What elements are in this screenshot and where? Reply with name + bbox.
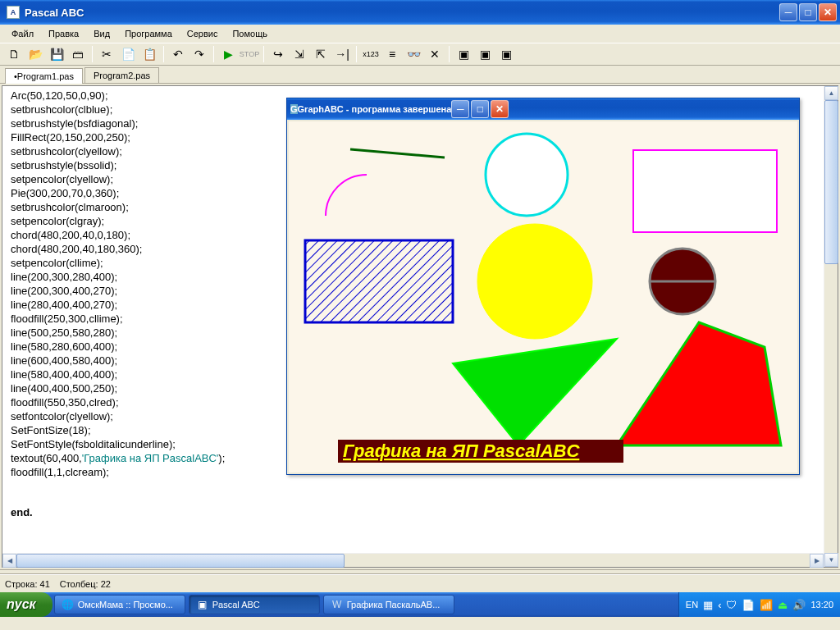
menu-file[interactable]: Файл — [5, 27, 40, 40]
tray-network-icon[interactable]: 📶 — [760, 599, 773, 611]
svg-point-2 — [486, 134, 568, 216]
separator — [263, 46, 264, 62]
tray-doc-icon[interactable]: 📄 — [742, 599, 755, 611]
scroll-up-icon[interactable]: ▲ — [824, 86, 838, 100]
separator — [213, 46, 214, 62]
cursor-icon[interactable]: →| — [333, 45, 351, 63]
close-button[interactable]: ✕ — [819, 3, 837, 21]
main-titlebar: A Pascal ABC ─ □ ✕ — [0, 0, 840, 25]
undo-icon[interactable]: ↶ — [169, 45, 187, 63]
step-out-icon[interactable]: ⇱ — [312, 45, 330, 63]
status-line: Строка: 41 — [5, 579, 50, 589]
menu-help[interactable]: Помощь — [226, 27, 274, 40]
separator — [163, 46, 164, 62]
separator — [356, 46, 357, 62]
minimize-button[interactable]: ─ — [779, 3, 797, 21]
toolbar: 🗋 📂 💾 🗃 ✂ 📄 📋 ↶ ↷ ▶ STOP ↪ ⇲ ⇱ →| x123 ≡… — [0, 43, 840, 66]
scroll-thumb-h[interactable] — [16, 554, 345, 568]
ie-icon: 🌐 — [62, 598, 75, 611]
new-file-icon[interactable]: 🗋 — [5, 45, 23, 63]
tab-program1[interactable]: •Program1.pas — [5, 68, 83, 84]
graph-app-icon: G — [290, 104, 298, 114]
menu-program[interactable]: Программа — [118, 27, 179, 40]
file-tabstrip: •Program1.pas Program2.pas — [0, 66, 840, 84]
system-tray[interactable]: EN ▦ ‹ 🛡 📄 📶 ⏏ 🔊 13:20 — [678, 592, 840, 617]
taskbar-item-browser[interactable]: 🌐 ОмскМама :: Просмо... — [54, 595, 185, 614]
step-icon[interactable]: ↪ — [269, 45, 287, 63]
vars-icon[interactable]: x123 — [362, 45, 380, 63]
scroll-thumb-v[interactable] — [824, 100, 838, 264]
cut-icon[interactable]: ✂ — [98, 45, 116, 63]
copy-icon[interactable]: 📄 — [119, 45, 137, 63]
scroll-left-icon[interactable]: ◀ — [2, 554, 16, 568]
status-col: Столбец: 22 — [60, 579, 111, 589]
lang-indicator[interactable]: EN — [686, 600, 698, 609]
run-icon[interactable]: ▶ — [219, 45, 237, 63]
separator — [92, 46, 93, 62]
tab-program2[interactable]: Program2.pas — [84, 67, 159, 83]
svg-rect-3 — [633, 150, 777, 232]
svg-point-6 — [477, 224, 592, 339]
code-editor[interactable]: Arc(50,120,50,0,90); setbrushcolor(clblu… — [2, 85, 838, 568]
open-file-icon[interactable]: 📂 — [26, 45, 44, 63]
tray-clock[interactable]: 13:20 — [810, 600, 833, 609]
window-title: Pascal ABC — [23, 7, 779, 19]
paste-icon[interactable]: 📋 — [140, 45, 158, 63]
taskbar-item-pascal[interactable]: ▣ Pascal ABC — [189, 595, 320, 614]
svg-text:Графика на ЯП PascalABC: Графика на ЯП PascalABC — [343, 441, 580, 461]
scroll-down-icon[interactable]: ▼ — [824, 553, 838, 567]
tray-removable-icon[interactable]: ⏏ — [778, 599, 788, 611]
menubar: Файл Правка Вид Программа Сервис Помощь — [0, 25, 840, 43]
watch-icon[interactable]: ≡ — [383, 45, 401, 63]
menu-edit[interactable]: Правка — [42, 27, 85, 40]
step-into-icon[interactable]: ⇲ — [290, 45, 308, 63]
graph-close-button[interactable]: ✕ — [491, 100, 509, 118]
separator — [449, 46, 450, 62]
svg-rect-5 — [305, 240, 453, 322]
window3-icon[interactable]: ▣ — [497, 45, 515, 63]
start-button[interactable]: пуск — [0, 592, 52, 617]
tray-volume-icon[interactable]: 🔊 — [792, 599, 806, 611]
horizontal-scrollbar[interactable]: ◀ ▶ — [2, 553, 824, 567]
vertical-scrollbar[interactable]: ▲ ▼ — [824, 86, 838, 567]
graph-canvas: Графика на ЯП PascalABC — [289, 121, 797, 472]
graph-title: GraphABC - программа завершена — [298, 104, 452, 114]
graph-titlebar[interactable]: G GraphABC - программа завершена ─ □ ✕ — [287, 98, 799, 120]
stop-icon[interactable]: STOP — [240, 45, 258, 63]
tray-shield-icon[interactable]: 🛡 — [726, 599, 737, 611]
watches-icon[interactable]: 👓 — [404, 45, 422, 63]
statusbar: Строка: 41 Столбец: 22 — [0, 574, 840, 592]
save-icon[interactable]: 💾 — [48, 45, 66, 63]
menu-view[interactable]: Вид — [87, 27, 116, 40]
graph-maximize-button[interactable]: □ — [471, 100, 489, 118]
scroll-right-icon[interactable]: ▶ — [810, 554, 824, 568]
window2-icon[interactable]: ▣ — [476, 45, 494, 63]
save-all-icon[interactable]: 🗃 — [69, 45, 87, 63]
redo-icon[interactable]: ↷ — [190, 45, 208, 63]
menu-service[interactable]: Сервис — [180, 27, 225, 40]
maximize-button[interactable]: □ — [799, 3, 817, 21]
tray-icon[interactable]: ▦ — [703, 599, 713, 611]
window-icon[interactable]: ▣ — [454, 45, 472, 63]
graph-minimize-button[interactable]: ─ — [451, 100, 469, 118]
word-icon: W — [331, 598, 344, 611]
taskbar: пуск 🌐 ОмскМама :: Просмо... ▣ Pascal AB… — [0, 592, 840, 617]
graph-window[interactable]: G GraphABC - программа завершена ─ □ ✕ — [286, 98, 800, 475]
pascal-icon: ▣ — [196, 598, 209, 611]
breakpoint-icon[interactable]: ✕ — [426, 45, 444, 63]
tray-arrow-icon[interactable]: ‹ — [718, 599, 721, 611]
taskbar-item-word[interactable]: W Графика ПаскальАВ... — [323, 595, 454, 614]
app-icon: A — [7, 6, 20, 19]
